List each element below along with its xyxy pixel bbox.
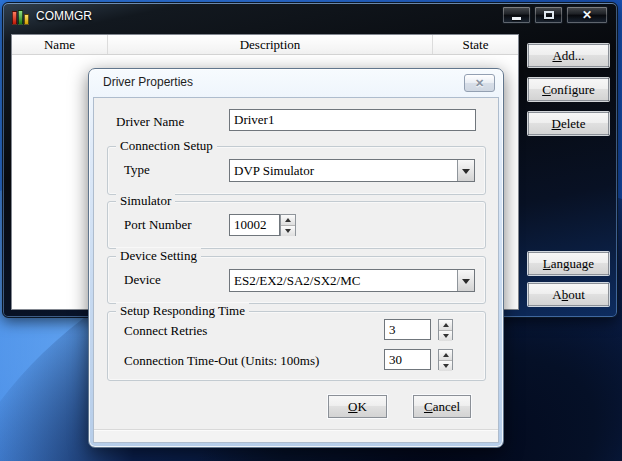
- type-dropdown-arrow-icon[interactable]: [457, 160, 474, 181]
- connection-setup-group: Connection Setup Type DVP Simulator: [107, 146, 486, 195]
- driver-name-label: Driver Name: [116, 114, 184, 130]
- spin-down-icon[interactable]: [439, 360, 452, 371]
- dialog-close-icon: ✕: [475, 77, 484, 90]
- device-setting-group: Device Setting Device ES2/EX2/SA2/SX2/MC: [107, 256, 486, 304]
- connect-retries-updown: [438, 319, 453, 340]
- spin-down-icon[interactable]: [281, 225, 295, 236]
- dialog-footer-strip: [94, 431, 498, 442]
- dialog-footer-divider: [94, 429, 498, 430]
- setup-responding-time-group: Setup Responding Time Connect Retries Co…: [107, 311, 486, 381]
- caption-buttons: ✕: [502, 6, 608, 24]
- add-button[interactable]: Add...: [528, 44, 609, 67]
- dialog-close-button[interactable]: ✕: [464, 74, 495, 92]
- connection-timeout-updown: [438, 349, 453, 370]
- connect-retries-label: Connect Retries: [124, 323, 207, 339]
- port-number-updown: [280, 214, 296, 236]
- commgr-titlebar[interactable]: COMMGR ✕: [3, 3, 617, 31]
- close-button[interactable]: ✕: [566, 6, 608, 24]
- device-dropdown-arrow-icon[interactable]: [457, 270, 474, 291]
- minimize-icon: [512, 17, 521, 20]
- device-setting-legend: Device Setting: [116, 248, 201, 264]
- spin-up-icon[interactable]: [281, 215, 295, 225]
- type-dropdown-value: DVP Simulator: [230, 160, 457, 181]
- minimize-button[interactable]: [502, 6, 531, 24]
- type-label: Type: [124, 162, 150, 178]
- language-button[interactable]: Language: [528, 252, 609, 275]
- desktop-wallpaper: COMMGR ✕ Name Description State Add... C…: [0, 0, 622, 461]
- cancel-button[interactable]: Cancel: [413, 395, 471, 418]
- spin-up-icon[interactable]: [439, 350, 452, 360]
- maximize-icon: [544, 11, 554, 19]
- delete-button[interactable]: Delete: [528, 112, 609, 135]
- device-dropdown[interactable]: ES2/EX2/SA2/SX2/MC: [229, 269, 475, 292]
- dialog-client-area: Driver Name Connection Setup Type DVP Si…: [93, 97, 499, 443]
- driver-list-header: Name Description State: [12, 35, 518, 55]
- commgr-app-icon: [12, 10, 30, 25]
- connection-timeout-label: Connection Time-Out (Units: 100ms): [124, 353, 319, 369]
- column-header-description[interactable]: Description: [108, 35, 433, 54]
- simulator-legend: Simulator: [116, 193, 175, 209]
- simulator-group: Simulator Port Number: [107, 201, 486, 249]
- column-header-name[interactable]: Name: [12, 35, 108, 54]
- type-dropdown[interactable]: DVP Simulator: [229, 159, 475, 182]
- close-icon: ✕: [582, 8, 592, 22]
- driver-name-input[interactable]: [229, 109, 476, 131]
- configure-button[interactable]: Configure: [528, 78, 609, 101]
- connection-setup-legend: Connection Setup: [116, 138, 217, 154]
- device-label: Device: [124, 272, 161, 288]
- ok-button[interactable]: OK: [328, 395, 387, 418]
- driver-properties-dialog: Driver Properties ✕ Driver Name Connecti…: [88, 68, 504, 448]
- spin-down-icon[interactable]: [439, 330, 452, 341]
- window-title: COMMGR: [36, 3, 92, 30]
- spin-up-icon[interactable]: [439, 320, 452, 330]
- port-number-input[interactable]: [229, 214, 280, 236]
- port-number-spinner: [229, 214, 297, 236]
- setup-responding-time-legend: Setup Responding Time: [116, 303, 249, 319]
- column-header-state[interactable]: State: [433, 35, 518, 54]
- connect-retries-input[interactable]: [384, 319, 431, 340]
- device-dropdown-value: ES2/EX2/SA2/SX2/MC: [230, 270, 457, 291]
- connection-timeout-input[interactable]: [384, 349, 431, 370]
- maximize-button[interactable]: [534, 6, 563, 24]
- about-button[interactable]: About: [528, 283, 609, 306]
- dialog-title: Driver Properties: [103, 69, 193, 96]
- port-number-label: Port Number: [124, 217, 192, 233]
